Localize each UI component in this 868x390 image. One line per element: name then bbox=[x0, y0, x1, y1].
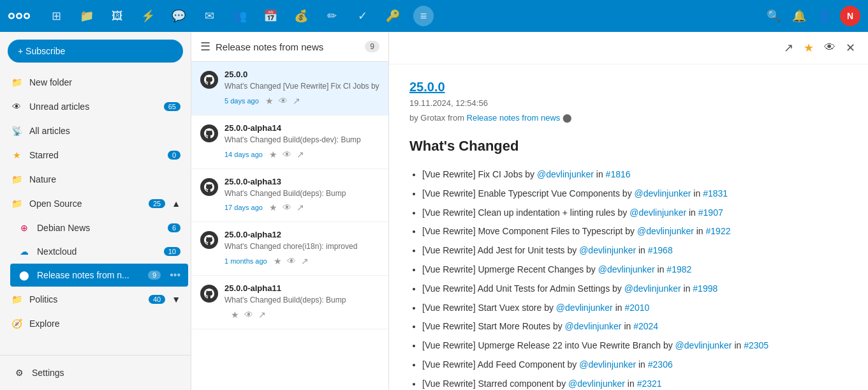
sidebar-item-politics[interactable]: 📁 Politics 40 ▼ bbox=[3, 288, 188, 311]
sidebar-item-debian[interactable]: ⊕ Debian News 6 bbox=[10, 216, 188, 239]
nav-passwords-icon[interactable]: 🔑 bbox=[383, 6, 403, 26]
pr-link[interactable]: #2010 bbox=[624, 303, 649, 313]
pr-link[interactable]: #1998 bbox=[693, 283, 717, 294]
detail-body: [Vue Rewrite] Fix CI Jobs by @devlinjunk… bbox=[409, 167, 848, 390]
nav-news-icon[interactable]: ≡ bbox=[413, 6, 434, 26]
nav-settings-icon[interactable]: 👤 bbox=[814, 6, 835, 26]
more-icon[interactable]: ••• bbox=[170, 269, 180, 281]
nav-files-icon[interactable]: 📁 bbox=[77, 6, 97, 26]
pr-link[interactable]: #2306 bbox=[648, 359, 673, 370]
star-icon[interactable]: ★ bbox=[801, 38, 816, 57]
detail-source-link[interactable]: Release notes from news bbox=[467, 113, 561, 123]
author-link[interactable]: @devlinjunker bbox=[629, 207, 686, 218]
list-item: [Vue Rewrite] Starred component by @devl… bbox=[422, 377, 848, 390]
list-item: [Vue Rewrite] Move Component Files to Ty… bbox=[422, 224, 848, 239]
nav-notes-icon[interactable]: ✏ bbox=[321, 6, 342, 26]
pr-link[interactable]: #1922 bbox=[706, 226, 731, 236]
share-article-button[interactable]: ↗ bbox=[257, 308, 267, 321]
star-article-button[interactable]: ★ bbox=[264, 94, 275, 107]
sidebar-item-unread[interactable]: 👁 Unread articles 65 bbox=[3, 95, 188, 118]
sidebar-item-open-source[interactable]: 📁 Open Source 25 ▲ bbox=[3, 192, 188, 215]
nav-search-icon[interactable]: 🔍 bbox=[763, 6, 784, 26]
article-content: 25.0.0-alpha12 What's Changed chore(i18n… bbox=[224, 230, 379, 267]
share-article-button[interactable]: ↗ bbox=[295, 148, 305, 161]
article-item[interactable]: 25.0.0-alpha13 What's Changed Build(deps… bbox=[191, 169, 388, 223]
star-article-button[interactable]: ★ bbox=[268, 201, 279, 214]
pr-link[interactable]: #2024 bbox=[633, 321, 658, 331]
sidebar-item-nature[interactable]: 📁 Nature bbox=[3, 168, 188, 191]
star-article-button[interactable]: ★ bbox=[230, 308, 240, 321]
pr-link[interactable]: #1831 bbox=[703, 188, 728, 199]
sidebar-item-release-notes[interactable]: ⬤ Release notes from n... 9 ••• bbox=[10, 264, 188, 287]
author-link[interactable]: @devlinjunker bbox=[579, 245, 636, 255]
nav-talk-icon[interactable]: 💬 bbox=[168, 6, 189, 26]
author-link[interactable]: @devlinjunker bbox=[637, 226, 694, 236]
read-toggle-button[interactable]: 👁 bbox=[281, 201, 293, 214]
nav-mail-icon[interactable]: ✉ bbox=[199, 6, 219, 26]
nav-notifications-icon[interactable]: 🔔 bbox=[789, 6, 809, 26]
article-item[interactable]: 25.0.0-alpha14 What's Changed Build(deps… bbox=[191, 116, 388, 169]
nav-tasks-icon[interactable]: ✓ bbox=[352, 6, 372, 26]
app-logo[interactable] bbox=[8, 10, 31, 22]
nav-contacts-icon[interactable]: 👥 bbox=[230, 6, 250, 26]
author-link[interactable]: @devlinjunker bbox=[675, 340, 732, 350]
article-list-panel: ☰ Release notes from news 9 25.0.0 What'… bbox=[191, 32, 389, 390]
read-toggle-button[interactable]: 👁 bbox=[281, 148, 293, 161]
close-icon[interactable]: ✕ bbox=[843, 38, 858, 57]
read-toggle-button[interactable]: 👁 bbox=[286, 255, 297, 267]
article-item[interactable]: 25.0.0 What's Changed [Vue Rewrite] Fix … bbox=[191, 62, 388, 116]
article-item[interactable]: 25.0.0-alpha11 What's Changed Build(deps… bbox=[191, 276, 388, 329]
share-icon[interactable]: ↗ bbox=[781, 38, 796, 57]
star-article-button[interactable]: ★ bbox=[268, 148, 279, 161]
author-link[interactable]: @devlinjunker bbox=[537, 169, 594, 179]
author-link[interactable]: @devlinjunker bbox=[579, 359, 636, 370]
share-article-button[interactable]: ↗ bbox=[300, 255, 310, 267]
article-item[interactable]: 25.0.0-alpha12 What's Changed chore(i18n… bbox=[191, 222, 388, 276]
source-icon bbox=[200, 124, 218, 142]
sidebar-item-explore[interactable]: 🧭 Explore bbox=[3, 312, 188, 335]
detail-article-version[interactable]: 25.0.0 bbox=[409, 80, 848, 94]
nav-right-area: 🔍 🔔 👤 N bbox=[763, 6, 860, 26]
list-item: [Vue Rewrite] Clean up indentation + lin… bbox=[422, 206, 848, 221]
share-article-button[interactable]: ↗ bbox=[291, 94, 302, 107]
article-content: 25.0.0-alpha11 What's Changed Build(deps… bbox=[224, 283, 379, 321]
pr-link[interactable]: #2305 bbox=[744, 340, 769, 350]
sidebar-item-new-folder[interactable]: 📁 New folder bbox=[3, 71, 188, 94]
detail-source-prefix: by Grotax from bbox=[409, 113, 464, 123]
author-link[interactable]: @devlinjunker bbox=[568, 379, 625, 389]
sidebar: + Subscribe 📁 New folder 👁 Unread articl… bbox=[0, 32, 191, 390]
pr-link[interactable]: #1982 bbox=[666, 264, 691, 274]
nav-grid-icon[interactable]: ⊞ bbox=[46, 6, 66, 26]
author-link[interactable]: @devlinjunker bbox=[556, 303, 613, 313]
author-link[interactable]: @devlinjunker bbox=[635, 188, 691, 199]
nav-activity-icon[interactable]: ⚡ bbox=[138, 6, 158, 26]
pr-link[interactable]: #1907 bbox=[698, 207, 723, 218]
sidebar-item-label: Nextcloud bbox=[37, 246, 158, 257]
nav-photos-icon[interactable]: 🖼 bbox=[107, 6, 128, 26]
settings-item[interactable]: ⚙ Settings bbox=[5, 361, 186, 384]
nav-calendar-icon[interactable]: 📅 bbox=[260, 6, 281, 26]
sidebar-item-starred[interactable]: ★ Starred 0 bbox=[3, 144, 188, 167]
pr-link[interactable]: #2321 bbox=[637, 379, 662, 389]
author-link[interactable]: @devlinjunker bbox=[624, 283, 681, 294]
nav-money-icon[interactable]: 💰 bbox=[291, 6, 311, 26]
sidebar-footer: ⚙ Settings bbox=[0, 355, 191, 390]
sidebar-item-all[interactable]: 📡 All articles bbox=[3, 119, 188, 142]
folder-icon: 📁 bbox=[10, 197, 23, 210]
pr-link[interactable]: #1816 bbox=[606, 169, 631, 179]
pr-link[interactable]: #1968 bbox=[648, 245, 673, 255]
star-article-button[interactable]: ★ bbox=[272, 255, 283, 267]
author-link[interactable]: @devlinjunker bbox=[598, 264, 655, 274]
preview-icon[interactable]: 👁 bbox=[821, 38, 838, 57]
article-meta: 14 days ago ★ 👁 ↗ bbox=[224, 148, 379, 161]
read-toggle-button[interactable]: 👁 bbox=[243, 308, 254, 321]
subscribe-button[interactable]: + Subscribe bbox=[8, 40, 183, 63]
open-source-children: ⊕ Debian News 6 ☁ Nextcloud 10 ⬤ Release… bbox=[0, 216, 191, 287]
read-toggle-button[interactable]: 👁 bbox=[277, 94, 289, 107]
nav-avatar[interactable]: N bbox=[840, 6, 860, 26]
share-article-button[interactable]: ↗ bbox=[295, 201, 305, 214]
chevron-down-icon: ▼ bbox=[172, 294, 180, 304]
author-link[interactable]: @devlinjunker bbox=[565, 321, 622, 331]
list-menu-icon[interactable]: ☰ bbox=[200, 40, 210, 54]
sidebar-item-nextcloud[interactable]: ☁ Nextcloud 10 bbox=[10, 240, 188, 263]
